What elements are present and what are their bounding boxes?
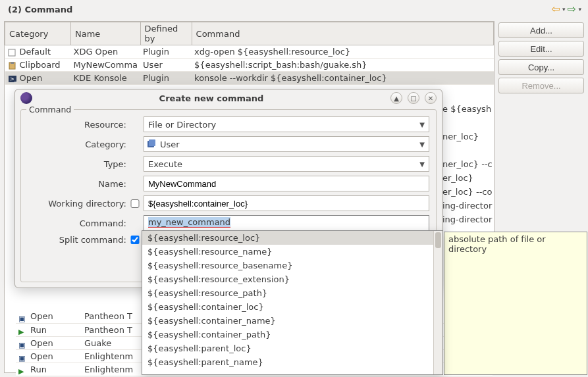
command-label: Command: — [28, 218, 126, 228]
group-label: Command — [26, 105, 74, 114]
forward-menu[interactable]: ▾ — [578, 6, 581, 13]
name-label: Name: — [28, 179, 126, 189]
autocomplete-item[interactable]: ${easyshell:parent_loc} — [142, 341, 442, 355]
autocomplete-item[interactable]: ${easyshell:resource_loc} — [142, 231, 442, 245]
split-label: Split command: — [28, 235, 126, 245]
forward-icon[interactable]: ⇨ — [566, 4, 577, 14]
autocomplete-item[interactable]: ${easyshell:resource_name} — [142, 245, 442, 259]
autocomplete-item[interactable]: ${easyshell:container_path} — [142, 328, 442, 341]
page-title: (2) Command — [8, 5, 72, 14]
maximize-icon[interactable]: □ — [408, 92, 419, 104]
table-row[interactable]: >_OpenKDE KonsolePluginkonsole --workdir… — [5, 72, 494, 85]
autocomplete-popup[interactable]: ${easyshell:resource_loc}${easyshell:res… — [142, 230, 443, 375]
eclipse-icon — [20, 92, 32, 104]
autocomplete-item[interactable]: ${easyshell:parent_name} — [142, 355, 442, 369]
copy-button[interactable]: Copy... — [498, 59, 584, 75]
add-button[interactable]: Add... — [498, 22, 584, 38]
autocomplete-item[interactable]: ${easyshell:resource_path} — [142, 286, 442, 300]
col-defined[interactable]: Defined by — [140, 22, 192, 45]
table-header: Category Name Defined by Command — [5, 22, 494, 45]
split-checkbox[interactable] — [130, 236, 140, 244]
nav-controls: ⇦ ▾ ⇨ ▾ — [550, 4, 581, 14]
autocomplete-item[interactable]: ${easyshell:resource_basename} — [142, 259, 442, 272]
name-input[interactable] — [144, 176, 429, 191]
command-input[interactable]: my_new_command — [144, 215, 429, 231]
workdir-input[interactable] — [144, 195, 429, 211]
back-icon[interactable]: ⇦ — [550, 4, 561, 14]
roll-up-icon[interactable]: ▲ — [390, 92, 402, 104]
col-name[interactable]: Name — [71, 22, 141, 45]
category-combo[interactable]: User ▼ — [144, 136, 429, 152]
command-value: my_new_command — [148, 217, 230, 228]
user-category-icon — [146, 138, 157, 150]
resource-value: File or Directory — [148, 120, 216, 130]
svg-text:>_: >_ — [10, 76, 17, 82]
resource-combo[interactable]: File or Directory ▼ — [144, 116, 429, 132]
table-row[interactable]: DefaultXDG OpenPluginxdg-open ${easyshel… — [5, 45, 494, 59]
type-value: Execute — [148, 159, 182, 169]
chevron-down-icon: ▼ — [419, 141, 425, 148]
chevron-down-icon: ▼ — [419, 161, 425, 168]
workdir-checkbox[interactable] — [130, 199, 140, 208]
back-menu[interactable]: ▾ — [562, 6, 566, 13]
autocomplete-item[interactable]: ${easyshell:container_name} — [142, 314, 442, 328]
type-label: Type: — [28, 159, 126, 169]
svg-rect-6 — [149, 139, 155, 146]
type-combo[interactable]: Execute ▼ — [144, 156, 429, 172]
dialog-title: Create new command — [38, 93, 385, 103]
autocomplete-item[interactable]: ${easyshell:resource_extension} — [142, 272, 442, 286]
category-value: User — [160, 139, 180, 149]
col-command[interactable]: Command — [192, 22, 493, 45]
col-category[interactable]: Category — [5, 22, 71, 45]
svg-rect-2 — [11, 62, 14, 64]
header: (2) Command ⇦ ▾ ⇨ ▾ — [0, 0, 588, 18]
category-label: Category: — [28, 139, 126, 149]
close-icon[interactable]: ✕ — [425, 92, 437, 104]
chevron-down-icon: ▼ — [419, 121, 425, 128]
tooltip: absolute path of file or directory — [444, 232, 587, 375]
resource-label: Resource: — [28, 120, 126, 130]
remove-button[interactable]: Remove... — [498, 78, 584, 93]
scrollbar[interactable] — [433, 231, 442, 374]
edit-button[interactable]: Edit... — [498, 41, 584, 57]
table-row[interactable]: ClipboardMyNewCommaUser${easyshell:scrip… — [5, 59, 494, 72]
autocomplete-item[interactable]: ${easyshell:container_loc} — [142, 300, 442, 314]
workdir-label: Working directory: — [28, 199, 126, 209]
svg-rect-0 — [9, 49, 15, 56]
